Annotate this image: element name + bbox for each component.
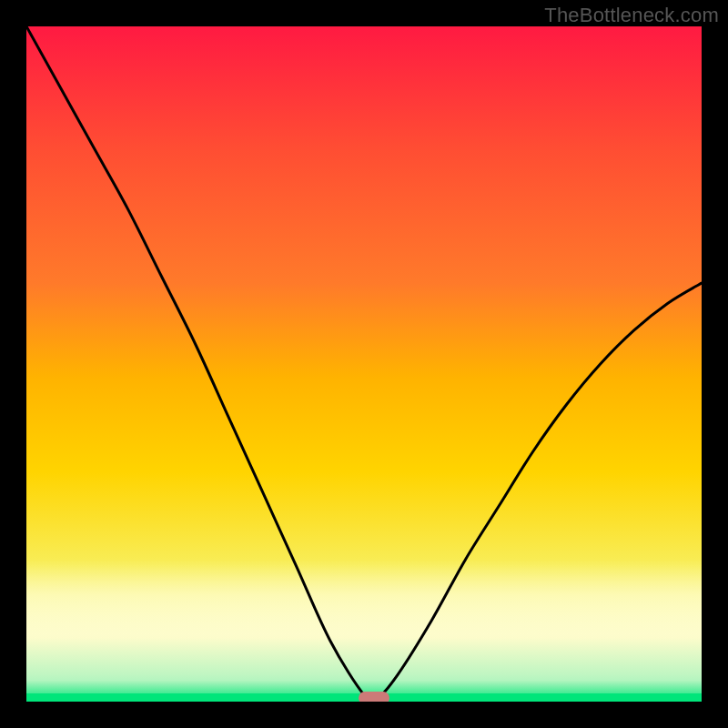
pale-band (26, 560, 702, 702)
watermark-text: TheBottleneck.com (544, 4, 719, 27)
chart-frame: TheBottleneck.com (0, 0, 728, 728)
green-baseline (26, 693, 702, 702)
plot-area (26, 26, 702, 702)
